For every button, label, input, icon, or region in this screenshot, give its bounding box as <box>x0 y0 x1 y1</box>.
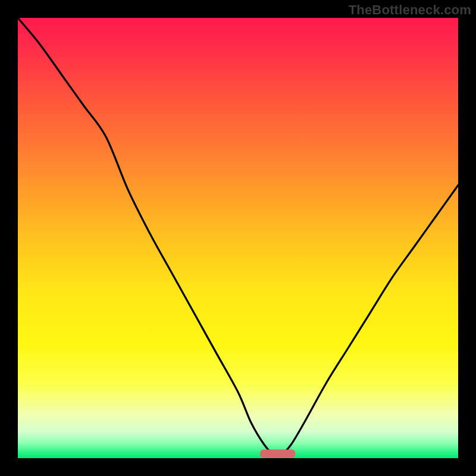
chart-plot <box>18 18 458 458</box>
optimal-marker <box>260 450 295 458</box>
chart-frame: TheBottleneck.com <box>0 0 476 476</box>
watermark-text: TheBottleneck.com <box>349 2 471 18</box>
